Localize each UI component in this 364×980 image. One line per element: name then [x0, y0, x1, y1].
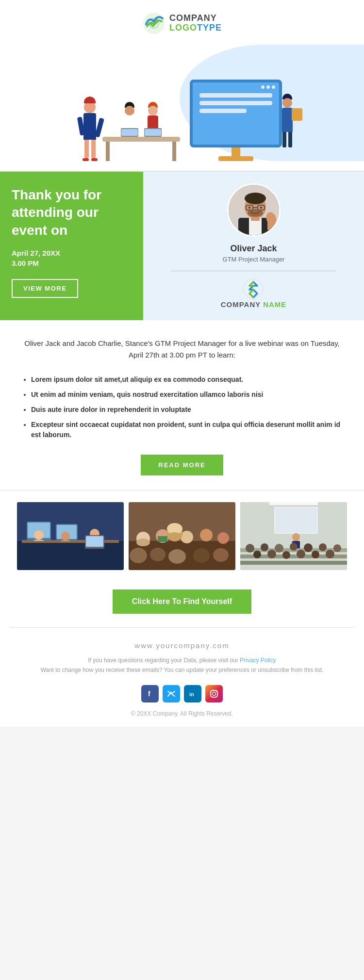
- company-name-g: NAME: [263, 300, 286, 309]
- person-standing: [83, 97, 98, 161]
- torso-4: [282, 108, 293, 132]
- hero-section: [0, 45, 364, 171]
- svg-point-68: [297, 550, 305, 558]
- read-more-button[interactable]: READ MORE: [141, 455, 223, 475]
- li-svg: in: [188, 689, 197, 698]
- avatar-svg: [229, 185, 281, 237]
- speaker-name: Oliver Jack: [230, 244, 277, 254]
- legs: [84, 140, 96, 158]
- speaker-divider: [171, 271, 335, 271]
- svg-rect-26: [34, 540, 44, 541]
- bullet-list: Lorem ipsum dolor sit amet,ut aliquip ex…: [19, 375, 345, 440]
- green-column-content: Thank you for attending our event on Apr…: [12, 186, 132, 298]
- svg-point-65: [253, 551, 261, 558]
- footer-line2: Want to change how you receive these ema…: [40, 667, 323, 673]
- svg-point-62: [304, 543, 313, 552]
- company-logo-small: COMPANY NAME: [221, 278, 287, 309]
- shoe-r: [91, 158, 98, 161]
- person-seated-2: [144, 102, 162, 137]
- leg-l: [84, 140, 89, 158]
- svg-point-14: [260, 207, 262, 209]
- monitor-group: [190, 80, 282, 161]
- monitor-base: [218, 156, 253, 161]
- monitor-with-person: [190, 80, 282, 147]
- desk-leg-l: [106, 142, 110, 161]
- desk-surface: [102, 137, 180, 142]
- svg-point-53: [292, 533, 300, 541]
- footer: www.yourcompany.com If you have question…: [0, 628, 364, 727]
- footer-copyright: © 20XX Company. All Rights Reserved.: [10, 710, 354, 717]
- privacy-link[interactable]: Privacy Policy: [240, 657, 276, 664]
- twitter-icon[interactable]: [163, 685, 180, 702]
- shoe-l: [83, 158, 89, 161]
- bullet-item-2: Ut enim ad minim veniam, quis nostrud ex…: [31, 390, 345, 400]
- person-at-monitor: [282, 94, 293, 147]
- svg-point-60: [275, 544, 283, 553]
- dot-1: [261, 85, 265, 89]
- torso-2: [124, 115, 135, 128]
- svg-rect-57: [240, 561, 347, 565]
- svg-point-75: [216, 691, 217, 692]
- seated-people: [121, 102, 162, 137]
- svg-point-46: [168, 549, 186, 564]
- photo-3: [240, 502, 347, 570]
- instagram-icon[interactable]: [205, 685, 223, 702]
- linkedin-icon[interactable]: in: [184, 685, 201, 702]
- photo2-svg: [129, 502, 235, 570]
- photo-1: [17, 502, 124, 570]
- logo-type-green: LOGO: [169, 23, 197, 33]
- arm-left: [77, 116, 85, 135]
- desk-group: [102, 102, 180, 161]
- photo3-svg: [240, 502, 347, 570]
- desk-legs: [106, 142, 176, 161]
- svg-point-39: [200, 529, 213, 541]
- ig-svg: [210, 689, 218, 698]
- face-2: [125, 106, 134, 115]
- torso: [83, 113, 96, 140]
- view-more-button[interactable]: VIEW MORE: [12, 279, 78, 298]
- speaker-title: GTM Project Manager: [223, 256, 285, 263]
- monitor-stand: [232, 147, 240, 156]
- svg-rect-31: [86, 536, 103, 547]
- dot-3: [272, 85, 275, 89]
- svg-point-67: [282, 551, 290, 559]
- svg-point-35: [136, 539, 150, 546]
- laptop-3: [144, 128, 162, 137]
- dot-2: [266, 85, 270, 89]
- bullet-item-1: Lorem ipsum dolor sit amet,ut aliquip ex…: [31, 375, 345, 385]
- two-column-section: Thank you for attending our event on Apr…: [0, 172, 364, 320]
- hero-illustration: [0, 49, 364, 166]
- logo-icon: [142, 12, 165, 35]
- event-date: April 27, 20XX: [12, 249, 132, 257]
- face-3: [148, 106, 158, 115]
- cta-button[interactable]: Click Here To Find Yourself: [113, 589, 251, 614]
- photo1-svg: [17, 502, 124, 570]
- monitor-dots: [261, 85, 275, 89]
- tw-svg: [167, 689, 176, 698]
- speaker-column: Oliver Jack GTM Project Manager COMPANY …: [143, 172, 364, 320]
- legs-4: [282, 132, 292, 147]
- footer-website: www.yourcompany.com: [10, 641, 354, 650]
- svg-point-74: [213, 692, 216, 695]
- logo-container: COMPANY LOGOTYPE: [142, 12, 222, 35]
- svg-rect-37: [158, 536, 167, 542]
- people-illustration: [83, 59, 282, 166]
- svg-point-8: [245, 193, 266, 204]
- leg-4r: [288, 132, 292, 147]
- email-wrapper: COMPANY LOGOTYPE: [0, 0, 364, 727]
- facebook-icon[interactable]: f: [141, 685, 159, 702]
- svg-point-40: [217, 532, 229, 544]
- green-column: Thank you for attending our event on Apr…: [0, 172, 143, 320]
- svg-point-58: [246, 544, 254, 553]
- hair: [84, 97, 96, 103]
- svg-point-70: [326, 550, 334, 558]
- logo-type-blue: TYPE: [197, 23, 222, 33]
- event-time: 3.00 PM: [12, 259, 132, 267]
- svg-point-63: [319, 543, 327, 551]
- svg-point-47: [193, 548, 210, 563]
- content-section: Oliver Jack and Jacob Charlie, Stance's …: [0, 320, 364, 490]
- folder: [292, 108, 302, 121]
- desk-leg-r: [172, 142, 176, 161]
- thank-you-heading: Thank you for attending our event on: [12, 186, 132, 239]
- svg-rect-50: [269, 502, 318, 505]
